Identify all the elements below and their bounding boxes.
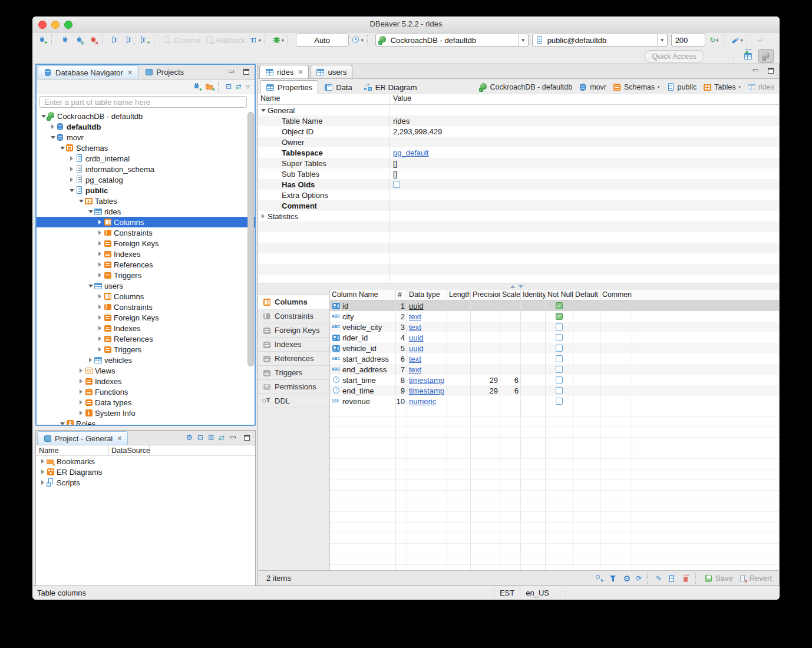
expand-arrow-icon[interactable]: [78, 386, 84, 397]
breadcrumb-item-tables[interactable]: Tables▾: [703, 83, 741, 91]
object-tab-triggers[interactable]: Triggers: [258, 366, 329, 380]
commit-button[interactable]: Commit: [160, 34, 203, 47]
collapse-arrow-icon[interactable]: [40, 111, 47, 121]
tree-item-rides[interactable]: rides: [37, 206, 255, 217]
tree-item-foreign-keys[interactable]: Foreign Keys: [37, 238, 255, 249]
minimize-window-button[interactable]: [51, 21, 60, 29]
open-perspective-button[interactable]: ✦: [741, 49, 755, 62]
table-row-id[interactable]: id1uuid✓: [330, 300, 779, 311]
checkbox-unchecked-icon[interactable]: [556, 355, 563, 362]
collapse-arrow-icon[interactable]: [59, 418, 65, 425]
checkbox-unchecked-icon[interactable]: [556, 366, 563, 373]
filter-icon[interactable]: [609, 574, 618, 583]
refresh-icon[interactable]: ⟳: [636, 574, 642, 583]
project-item-bookmarks[interactable]: Bookmarks: [36, 456, 255, 467]
data-type-link[interactable]: timestamp: [409, 386, 444, 395]
tree-item-users[interactable]: users: [37, 280, 255, 291]
tree-item-indexes[interactable]: Indexes: [37, 249, 255, 259]
fetch-size-input[interactable]: 200: [671, 34, 705, 47]
column-header-name[interactable]: Name: [258, 94, 390, 104]
tab-projects[interactable]: Projects: [139, 65, 189, 79]
checkbox-unchecked-icon[interactable]: [393, 181, 400, 188]
column-header-value[interactable]: Value: [390, 94, 411, 104]
breadcrumb-item-schemas[interactable]: Schemas▾: [613, 83, 660, 91]
reconnect-button[interactable]: ↻: [72, 34, 86, 47]
property-value[interactable]: 2,293,998,429: [390, 127, 442, 136]
checkbox-unchecked-icon[interactable]: [556, 334, 563, 341]
collapse-all-icon[interactable]: ⊟: [197, 434, 203, 442]
property-row-sub-tables[interactable]: Sub Tables[]: [258, 168, 779, 179]
expand-arrow-icon[interactable]: [97, 238, 103, 249]
property-row-owner[interactable]: Owner: [258, 137, 779, 147]
tree-item-cockroachdb-defaultdb[interactable]: CockroachDB - defaultdb: [37, 111, 255, 121]
tree-item-references[interactable]: References: [37, 333, 255, 344]
expand-arrow-icon[interactable]: [97, 270, 103, 280]
debug-button[interactable]: ▾: [271, 34, 285, 47]
table-row-end_address[interactable]: end_address7text: [330, 364, 779, 375]
close-tab-icon[interactable]: ✕: [298, 68, 303, 76]
checkbox-unchecked-icon[interactable]: [556, 323, 563, 330]
table-row-city[interactable]: city2text✓: [330, 311, 779, 322]
data-type-link[interactable]: text: [409, 323, 421, 332]
expand-arrow-icon[interactable]: [78, 397, 84, 408]
column-header-name[interactable]: Name: [36, 445, 109, 455]
expanded-arrow-icon[interactable]: [260, 105, 266, 115]
checkbox-unchecked-icon[interactable]: [556, 398, 563, 405]
close-window-button[interactable]: [38, 21, 47, 29]
expand-arrow-icon[interactable]: [97, 312, 103, 323]
table-filter-input[interactable]: [39, 96, 247, 108]
column-header-precision[interactable]: Precision: [471, 290, 500, 300]
column-header--[interactable]: #: [396, 290, 407, 300]
disconnect-button[interactable]: ✕: [86, 34, 100, 47]
tree-item-movr[interactable]: movr: [37, 132, 255, 143]
tree-item-system-info[interactable]: System Info: [37, 408, 255, 418]
maximize-view-icon[interactable]: [242, 68, 251, 76]
expand-arrow-icon[interactable]: [78, 408, 84, 418]
project-item-scripts[interactable]: Scripts: [36, 477, 255, 488]
data-type-link[interactable]: text: [409, 365, 421, 374]
connection-combo[interactable]: CockroachDB - defaultdb ▼: [375, 34, 529, 47]
breadcrumb-item-cockroachdb-defaultdb[interactable]: CockroachDB - defaultdb: [479, 83, 573, 91]
object-tab-ddl[interactable]: DDL: [258, 394, 329, 408]
expand-arrow-icon[interactable]: [39, 477, 46, 488]
property-value[interactable]: rides: [390, 117, 410, 125]
object-tab-references[interactable]: References: [258, 352, 329, 366]
connect-button[interactable]: [58, 34, 72, 47]
column-header-not-null[interactable]: Not Null: [546, 290, 573, 300]
data-type-link[interactable]: text: [409, 312, 421, 321]
tree-item-triggers[interactable]: Triggers: [37, 270, 255, 280]
property-row-super-tables[interactable]: Super Tables[]: [258, 158, 779, 168]
dbeaver-perspective-button[interactable]: [758, 49, 774, 63]
property-value[interactable]: []: [390, 170, 397, 178]
new-connection-icon[interactable]: +: [192, 82, 201, 91]
expand-arrow-icon[interactable]: [97, 249, 103, 259]
collapse-all-icon[interactable]: ⊟: [226, 82, 232, 91]
tab-rides[interactable]: rides ✕: [259, 65, 309, 78]
settings-gear-icon[interactable]: ⚙: [623, 574, 631, 583]
tree-item-columns[interactable]: Columns: [37, 217, 255, 227]
navigator-scrollbar[interactable]: [247, 112, 254, 366]
tree-item-foreign-keys[interactable]: Foreign Keys: [37, 312, 255, 323]
locale-indicator[interactable]: en_US: [520, 588, 554, 597]
tab-properties[interactable]: Properties: [260, 80, 318, 94]
breadcrumb-item-movr[interactable]: movr: [579, 83, 606, 91]
expand-arrow-icon[interactable]: [68, 174, 75, 185]
tab-database-navigator[interactable]: Database Navigator ✕: [38, 65, 138, 79]
tab-er-diagram[interactable]: ER Diagram: [358, 80, 422, 94]
data-type-link[interactable]: uuid: [409, 333, 424, 342]
link-with-editor-icon[interactable]: ⇄: [219, 434, 225, 442]
column-header-identity[interactable]: Identity: [521, 290, 546, 300]
tree-item-triggers[interactable]: Triggers: [37, 344, 255, 355]
close-tab-icon[interactable]: ✕: [127, 69, 133, 77]
maximize-editor-icon[interactable]: [767, 67, 775, 75]
collapse-arrow-icon[interactable]: [49, 132, 56, 143]
expand-arrow-icon[interactable]: [97, 344, 103, 355]
commit-mode-combo[interactable]: Auto: [296, 34, 349, 47]
zoom-window-button[interactable]: [64, 21, 72, 29]
object-tab-foreign-keys[interactable]: Foreign Keys: [258, 323, 329, 338]
property-row-extra-options[interactable]: Extra Options: [258, 190, 779, 200]
expand-all-icon[interactable]: ⊞: [208, 434, 214, 442]
expand-arrow-icon[interactable]: [97, 323, 103, 333]
minimize-view-icon[interactable]: [227, 68, 236, 76]
expand-arrow-icon[interactable]: [97, 291, 103, 302]
